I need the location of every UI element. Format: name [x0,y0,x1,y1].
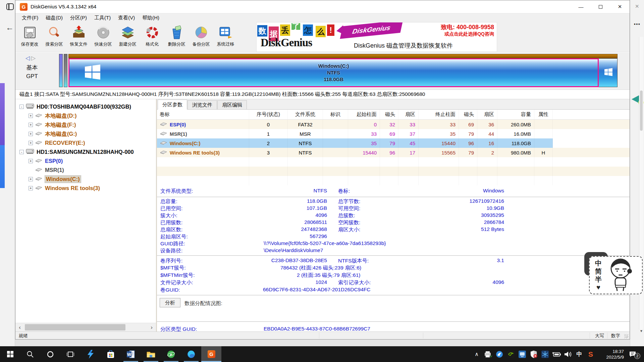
notification-center-button[interactable]: 2 [625,346,644,362]
resize-grip[interactable] [624,334,628,338]
tab-partition-params[interactable]: 分区参数 [158,100,187,110]
tree-item-local-f[interactable]: + 本地磁盘(F:) [15,120,156,129]
tree-item-hd1[interactable]: - HD1:SAMSUNGMZNLN128HAHQ-000 [15,147,156,157]
partition-bar-windows-c[interactable]: Windows(C:) NTFS 118.0GB [68,58,599,87]
taskbar-search-icon[interactable] [20,346,40,362]
tray-ime-language-indicator[interactable]: 中 [574,346,585,362]
tree-item-windows-re[interactable]: + Windows RE tools(3) [15,184,156,193]
tray-sogou-icon[interactable]: S [585,346,596,362]
tray-printer-icon[interactable]: ✓ [482,346,494,362]
more-options-icon[interactable]: ⋯ [634,20,640,28]
partition-icon [160,122,167,127]
tab-browse-files[interactable]: 浏览文件 [187,100,217,109]
next-disk-icon[interactable]: ▷ [31,55,37,61]
word-icon[interactable]: W [121,346,141,362]
status-bar: 就绪 大写 数字 [15,331,630,339]
tree-horizontal-scrollbar[interactable]: ‹ › [15,323,156,331]
tree-item-hd0[interactable]: - HD0:TOSHIBAMQ04ABF100(932GB) [15,102,156,111]
start-button[interactable] [0,346,20,362]
file-explorer-icon[interactable] [141,346,161,362]
prev-disk-icon[interactable]: ◁ [25,55,31,61]
tree-item-recovery-e[interactable]: + RECOVERY(E:) [15,138,156,147]
partition-icon [160,131,167,137]
diskgenius-window: G DiskGenius V5.4.3.1342 x64 — ✕ 文件(F) 磁… [15,0,630,340]
format-button[interactable]: 格式化 [140,23,164,51]
task-view-icon[interactable] [60,346,80,362]
cortana-icon[interactable] [40,346,60,362]
background-close-icon[interactable]: ✕ [635,3,639,9]
quick-partition-button[interactable]: 快速分区 [91,23,115,51]
banner-qq-link[interactable]: 或点击此处选择QQ咨询 [444,31,494,37]
scroll-left-icon[interactable]: ‹ [15,323,24,331]
expand-icon[interactable]: + [29,186,33,190]
tray-chevron-icon[interactable]: ∧ [471,346,482,362]
expand-icon[interactable]: + [29,114,33,118]
partition-icon [160,150,167,156]
menu-help[interactable]: 帮助(H) [139,13,163,22]
tray-snowflake-icon[interactable] [539,346,551,362]
title-bar[interactable]: G DiskGenius V5.4.3.1342 x64 — ✕ [15,0,630,13]
table-row-windows-c-selected[interactable]: Windows(C:) 2 NTFS 35 79 45 15440 96 16 … [157,138,630,148]
tray-nvidia-icon[interactable] [505,346,517,362]
collapse-icon[interactable]: - [19,150,24,154]
expand-icon[interactable]: + [29,141,33,145]
tree-item-windows-c[interactable]: + Windows(C:) [15,175,156,184]
taskbar-diskgenius-icon[interactable]: G [201,346,221,362]
minimize-button[interactable]: — [571,0,591,13]
menu-view[interactable]: 查看(V) [114,13,139,22]
tree-item-esp[interactable]: + ESP(0) [15,157,156,166]
tray-volume-icon[interactable] [562,346,574,362]
flash-app-icon[interactable] [80,346,101,362]
scrollbar-thumb[interactable] [640,90,643,131]
taskbar-clock[interactable]: 18:37 2022/5/9 [596,349,625,360]
system-migrate-button[interactable]: 系统迁移 [213,23,238,51]
new-partition-button[interactable]: 新建分区 [115,23,140,51]
toolbar: 保存更改 搜索分区 恢复文件 快速分区 新建分区 格式化 [15,22,630,52]
collapse-icon[interactable]: - [19,105,24,109]
tree-item-msr[interactable]: MSR(1) [15,166,156,175]
table-row-windows-re[interactable]: Windows RE tools(3) 3 NTFS 15440 96 17 1… [157,148,630,157]
scroll-down-icon[interactable]: ▼ [640,329,643,333]
green-browser-icon[interactable]: e [161,346,181,362]
backup-partition-button[interactable]: 备份分区 [189,23,213,51]
menu-tools[interactable]: 工具(T) [91,13,114,22]
menu-disk[interactable]: 磁盘(D) [42,13,66,22]
tray-intel-graphics-icon[interactable] [517,346,528,362]
tray-power-icon[interactable] [551,346,562,362]
system-migrate-icon [218,25,233,40]
scrollbar-track[interactable] [24,323,147,331]
recover-files-button[interactable]: 恢复文件 [66,23,91,51]
screen: { "window": { "title": "DiskGenius V5.4.… [0,0,644,362]
tree-item-local-g[interactable]: + 本地磁盘(G:) [15,129,156,138]
menu-file[interactable]: 文件(F) [18,13,42,22]
ime-status-widget[interactable]: 中 简 半 ♥ [589,256,643,294]
edge-icon[interactable] [181,346,201,362]
tray-tim-icon[interactable] [494,346,505,362]
analyze-button[interactable]: 分析 [160,298,180,307]
scroll-right-icon[interactable]: › [147,323,156,331]
expand-icon[interactable]: + [29,177,33,181]
advert-banner[interactable]: 数 据 丢 了 怎 么 ! DiskGenius 致电: 400-008-995… [256,22,497,52]
scrollbar-thumb[interactable] [25,324,125,330]
tree-item-local-d[interactable]: + 本地磁盘(D:) [15,111,156,120]
table-row-esp[interactable]: ESP(0) 0 FAT32 0 32 33 33 69 36 260.0MB [157,120,630,129]
microsoft-store-icon[interactable] [101,346,121,362]
partition-bar-windows-re[interactable] [599,58,618,87]
disk-info-line: 磁盘1 接口:SATA 型号:SAMSUNGMZNLN128HAHQ-000H1… [15,89,630,99]
table-row-msr[interactable]: MSR(1) 1 MSR 33 69 37 35 79 44 16.0MB [157,129,630,138]
back-arrow-icon[interactable]: ← [6,23,14,32]
partition-bar-esp[interactable] [59,54,63,87]
expand-icon[interactable]: + [29,159,33,163]
expand-icon[interactable]: + [29,123,33,127]
maximize-button[interactable] [591,0,610,13]
expand-icon[interactable]: + [29,132,33,136]
search-partition-button[interactable]: 搜索分区 [42,23,66,51]
close-button[interactable]: ✕ [610,0,630,13]
menu-partition[interactable]: 分区(P) [66,13,91,22]
delete-partition-button[interactable]: 删除分区 [164,23,189,51]
background-tab-icon [6,3,14,10]
partition-bar-msr[interactable] [64,54,67,87]
tray-security-shield-icon[interactable] [528,346,539,362]
save-changes-button[interactable]: 保存更改 [17,23,42,51]
tab-sector-edit[interactable]: 扇区编辑 [217,100,247,109]
